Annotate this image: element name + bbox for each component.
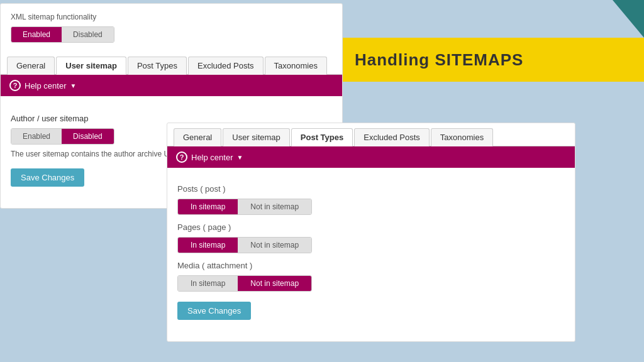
posts-toggle: In sitemap Not in sitemap <box>177 199 312 215</box>
pages-label: Pages ( page ) <box>177 222 565 232</box>
pages-not-in-sitemap-btn[interactable]: Not in sitemap <box>238 238 311 253</box>
back-tab-excluded-posts[interactable]: Excluded Posts <box>188 57 264 75</box>
author-label: Author / user sitemap <box>11 114 332 123</box>
pages-type-label: ( page ) <box>203 222 231 232</box>
front-tab-user-sitemap[interactable]: User sitemap <box>223 128 290 146</box>
xml-enabled-btn[interactable]: Enabled <box>11 27 62 42</box>
posts-in-sitemap-btn[interactable]: In sitemap <box>178 199 238 214</box>
media-not-in-sitemap-btn[interactable]: Not in sitemap <box>238 276 311 291</box>
front-tab-post-types[interactable]: Post Types <box>291 128 353 146</box>
posts-not-in-sitemap-btn[interactable]: Not in sitemap <box>238 199 311 214</box>
card-back-top: XML sitemap functionality Enabled Disabl… <box>1 4 342 52</box>
front-help-chevron-icon: ▼ <box>236 154 243 161</box>
xml-toggle: Enabled Disabled <box>11 26 114 43</box>
media-type-label: ( attachment ) <box>202 261 252 270</box>
posts-label: Posts ( post ) <box>177 184 565 194</box>
front-tab-taxonomies[interactable]: Taxonomies <box>431 128 493 146</box>
media-in-sitemap-btn[interactable]: In sitemap <box>178 276 238 291</box>
posts-type-label: ( post ) <box>200 184 225 194</box>
pages-toggle: In sitemap Not in sitemap <box>177 237 312 253</box>
help-question-icon: ? <box>9 80 21 91</box>
help-center-label: Help center <box>25 81 66 90</box>
media-toggle: In sitemap Not in sitemap <box>177 275 312 292</box>
front-card-body: Posts ( post ) In sitemap Not in sitemap… <box>167 168 575 329</box>
author-disabled-btn[interactable]: Disabled <box>62 129 114 144</box>
xml-disabled-btn[interactable]: Disabled <box>62 27 114 42</box>
author-enabled-btn[interactable]: Enabled <box>11 129 62 144</box>
front-save-button[interactable]: Save Changes <box>177 302 251 320</box>
back-tabs-row: General User sitemap Post Types Excluded… <box>1 52 342 75</box>
author-toggle: Enabled Disabled <box>11 128 114 145</box>
front-tab-general[interactable]: General <box>174 128 221 146</box>
back-tab-post-types[interactable]: Post Types <box>128 57 187 75</box>
back-tab-taxonomies[interactable]: Taxonomies <box>265 57 327 75</box>
banner-title: Handling SITEMAPS <box>355 50 523 70</box>
front-tabs-row: General User sitemap Post Types Excluded… <box>167 123 575 146</box>
pages-in-sitemap-btn[interactable]: In sitemap <box>178 238 238 253</box>
back-tab-general[interactable]: General <box>7 57 55 75</box>
help-chevron-icon: ▼ <box>70 82 76 89</box>
front-help-bar: ? Help center ▼ <box>167 146 575 168</box>
front-help-question-icon: ? <box>176 151 187 163</box>
yellow-banner: Handling SITEMAPS <box>342 38 644 82</box>
xml-label: XML sitemap functionality <box>11 13 332 21</box>
teal-triangle-top <box>613 0 644 38</box>
front-tab-excluded-posts[interactable]: Excluded Posts <box>354 128 430 146</box>
post-types-card: General User sitemap Post Types Excluded… <box>167 123 575 342</box>
media-label: Media ( attachment ) <box>177 261 565 270</box>
back-help-bar: ? Help center ▼ <box>1 75 342 96</box>
back-save-button[interactable]: Save Changes <box>11 168 84 187</box>
back-tab-user-sitemap[interactable]: User sitemap <box>56 57 126 75</box>
front-help-center-label: Help center <box>191 153 233 162</box>
